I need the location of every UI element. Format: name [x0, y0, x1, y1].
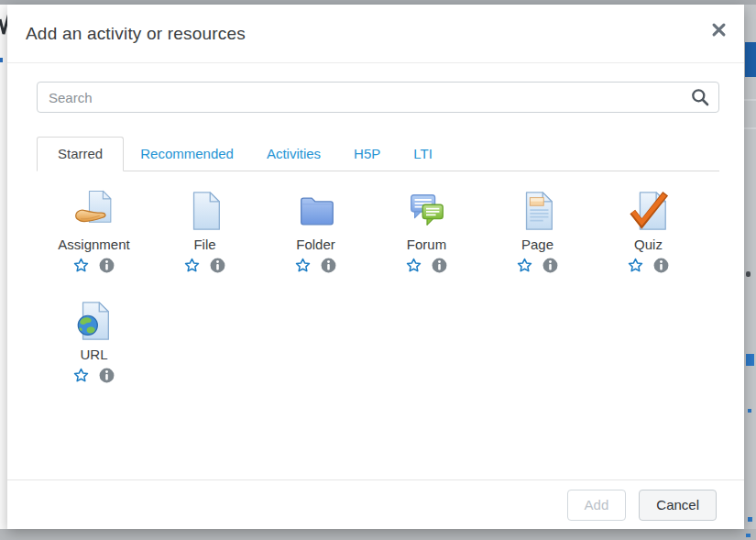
file-icon	[184, 190, 226, 232]
info-icon	[99, 258, 115, 273]
background-fragment	[748, 517, 752, 522]
info-button[interactable]	[653, 258, 669, 273]
tab-recommended[interactable]: Recommended	[124, 137, 250, 171]
modal-body: Starred Recommended Activities H5P LTI A…	[7, 63, 744, 479]
module-controls	[73, 258, 115, 273]
star-icon	[295, 258, 311, 273]
background-fragment	[746, 354, 754, 366]
module-file[interactable]: File	[149, 190, 260, 273]
module-label: Folder	[296, 237, 335, 252]
folder-icon	[295, 190, 337, 232]
star-icon	[73, 368, 89, 383]
module-controls	[517, 258, 558, 273]
module-controls	[628, 258, 669, 273]
add-activity-modal: Add an activity or resources Starred Rec…	[7, 5, 744, 529]
star-icon	[406, 258, 422, 273]
module-folder[interactable]: Folder	[260, 190, 371, 273]
tab-lti[interactable]: LTI	[397, 137, 449, 171]
module-controls	[406, 258, 447, 273]
star-button[interactable]	[628, 258, 643, 273]
page-icon	[517, 190, 559, 232]
info-icon	[321, 258, 336, 273]
module-label: Forum	[407, 237, 446, 252]
modal-header: Add an activity or resources	[7, 5, 744, 63]
module-page[interactable]: Page	[482, 190, 593, 273]
star-button[interactable]	[184, 258, 200, 273]
cancel-button[interactable]: Cancel	[639, 490, 717, 521]
star-button[interactable]	[406, 258, 422, 273]
info-icon	[99, 368, 115, 383]
module-controls	[295, 258, 336, 273]
forum-icon	[406, 190, 448, 232]
module-label: File	[193, 237, 215, 252]
modal-footer: Add Cancel	[7, 479, 744, 529]
close-button[interactable]	[707, 17, 731, 42]
module-label: Page	[521, 237, 553, 252]
info-button[interactable]	[432, 258, 447, 273]
module-quiz[interactable]: Quiz	[593, 190, 704, 273]
background-fragment	[744, 99, 756, 101]
module-grid: Assignment File Folder	[37, 190, 719, 410]
tab-h5p[interactable]: H5P	[337, 137, 397, 171]
background-fragment	[746, 534, 751, 537]
background-fragment	[748, 409, 751, 413]
module-forum[interactable]: Forum	[371, 190, 482, 273]
star-icon	[517, 258, 532, 273]
background-fragment	[745, 42, 756, 77]
info-button[interactable]	[542, 258, 558, 273]
info-button[interactable]	[99, 258, 115, 273]
star-button[interactable]	[73, 258, 89, 273]
module-url[interactable]: URL	[38, 300, 149, 383]
module-controls	[73, 368, 115, 383]
tab-starred[interactable]: Starred	[37, 137, 124, 171]
star-button[interactable]	[73, 368, 89, 383]
quiz-icon	[628, 190, 670, 232]
star-icon	[184, 258, 200, 273]
search-bar	[37, 82, 719, 113]
module-label: URL	[80, 347, 107, 362]
info-icon	[653, 258, 669, 273]
info-icon	[542, 258, 558, 273]
background-page-right	[744, 0, 756, 540]
info-button[interactable]	[321, 258, 336, 273]
info-icon	[210, 258, 225, 273]
tab-bar: Starred Recommended Activities H5P LTI	[37, 137, 719, 171]
assignment-icon	[73, 190, 115, 232]
module-assignment[interactable]: Assignment	[38, 190, 149, 273]
tab-activities[interactable]: Activities	[250, 137, 337, 171]
search-input[interactable]	[37, 82, 719, 113]
modal-title: Add an activity or resources	[26, 24, 246, 44]
star-button[interactable]	[295, 258, 311, 273]
url-icon	[73, 300, 115, 342]
module-label: Quiz	[634, 237, 663, 252]
star-icon	[628, 258, 643, 273]
background-fragment	[744, 127, 756, 129]
info-button[interactable]	[99, 368, 115, 383]
background-fragment	[0, 58, 3, 62]
info-button[interactable]	[210, 258, 225, 273]
background-page-bottom	[0, 529, 756, 540]
star-button[interactable]	[517, 258, 532, 273]
search-icon	[691, 88, 709, 106]
add-button[interactable]: Add	[567, 490, 627, 521]
star-icon	[73, 258, 89, 273]
module-controls	[184, 258, 225, 273]
background-fragment	[746, 271, 751, 277]
info-icon	[432, 258, 447, 273]
close-icon	[712, 23, 726, 37]
module-label: Assignment	[58, 237, 129, 252]
